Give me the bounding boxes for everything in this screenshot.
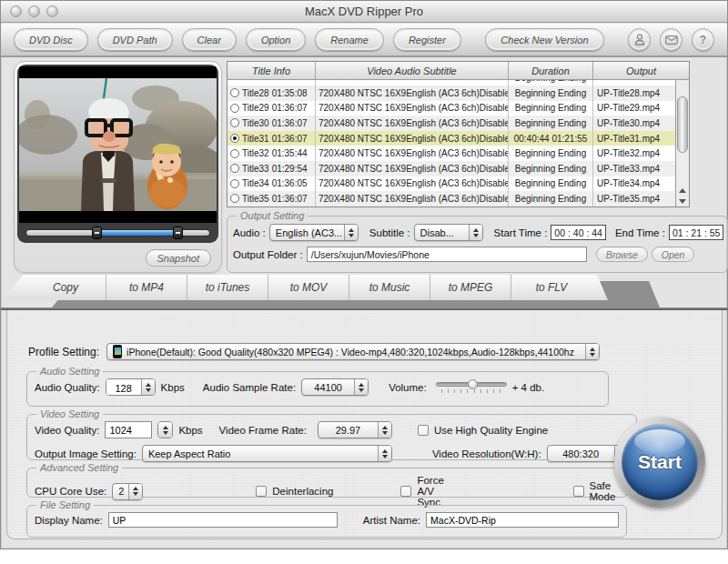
trim-track[interactable] xyxy=(25,229,210,237)
col-output[interactable]: Output xyxy=(593,62,689,79)
title-length: 01:36:07 xyxy=(272,118,308,128)
trim-end-handle[interactable] xyxy=(173,227,183,239)
title-radio[interactable] xyxy=(230,104,239,113)
video-frame-rate-label: Video Frame Rate: xyxy=(219,425,307,436)
titles-table: Title Info Video Audio Subtitle Duration… xyxy=(227,61,690,207)
table-row[interactable]: Title2801:35:08720X480 NTSC 16X9English … xyxy=(228,86,675,101)
scroll-down-button[interactable] xyxy=(676,196,689,206)
iphone-profile-icon xyxy=(113,345,122,358)
file-setting-group: File Setting Display Name: UP Artist Nam… xyxy=(26,499,627,538)
audio-format: English (AC3 6ch) xyxy=(406,134,480,144)
title-radio[interactable] xyxy=(230,179,239,188)
title-radio[interactable] xyxy=(230,88,239,97)
output-image-setting-select[interactable]: Keep Aspect Ratio xyxy=(142,445,392,462)
display-name-input[interactable]: UP xyxy=(108,512,338,528)
title-radio[interactable] xyxy=(230,134,239,143)
table-row[interactable]: Title3501:36:07720X480 NTSC 16X9English … xyxy=(228,191,675,206)
volume-track[interactable] xyxy=(436,382,507,387)
table-row[interactable]: Title2901:36:07720X480 NTSC 16X9English … xyxy=(228,101,675,116)
register-button[interactable]: Register xyxy=(393,28,461,51)
dvd-disc-button[interactable]: DVD Disc xyxy=(14,28,88,51)
output-folder-input[interactable]: /Users/xujun/Movies/iPhone xyxy=(307,247,587,262)
audio-format: English (AC3 6ch) xyxy=(406,194,480,204)
table-row[interactable]: Title3401:36:05720X480 NTSC 16X9English … xyxy=(228,176,675,192)
table-row[interactable]: Title3101:36:07720X480 NTSC 16X9English … xyxy=(228,131,675,146)
tab-to-music[interactable]: to Music xyxy=(349,275,430,300)
video-preview xyxy=(19,66,217,223)
table-row[interactable]: Title3001:36:07720X480 NTSC 16X9English … xyxy=(228,116,675,131)
contact-button[interactable] xyxy=(660,28,682,51)
title-radio[interactable] xyxy=(230,194,239,203)
table-row[interactable]: Title3201:35:44720X480 NTSC 16X9English … xyxy=(228,146,675,161)
start-time-field[interactable]: 00 : 40 : 44 xyxy=(551,225,606,240)
artist-name-input[interactable]: MacX-DVD-Rip xyxy=(426,512,619,528)
table-row[interactable]: Title3301:29:54720X480 NTSC 16X9English … xyxy=(228,161,675,176)
high-quality-engine-checkbox[interactable] xyxy=(418,425,429,436)
title-length: 01:29:54 xyxy=(272,164,308,174)
check-new-version-button[interactable]: Check New Version xyxy=(485,28,603,51)
trim-start-handle[interactable] xyxy=(92,227,102,239)
video-frame-rate-stepper xyxy=(378,422,391,438)
deinterlacing-checkbox[interactable] xyxy=(256,486,267,497)
safe-mode-checkbox[interactable] xyxy=(573,486,584,497)
tab-to-flv[interactable]: to FLV xyxy=(511,275,592,300)
video-frame-rate-select[interactable]: 29.97 xyxy=(318,421,392,438)
duration-cell: 00:40:44 01:21:55 xyxy=(509,131,593,146)
audio-format: English (AC3 6ch) xyxy=(406,148,480,158)
title-bar: MacX DVD Ripper Pro xyxy=(1,1,727,23)
snapshot-button[interactable]: Snapshot xyxy=(146,249,211,267)
force-av-sync-checkbox[interactable] xyxy=(400,486,411,497)
audio-select[interactable]: English (AC3... xyxy=(269,224,359,241)
toolbar: DVD Disc DVD Path Clear Option Rename Re… xyxy=(1,24,727,57)
tab-to-itunes[interactable]: to iTunes xyxy=(187,275,268,300)
title-radio[interactable] xyxy=(230,118,239,127)
help-button[interactable]: ? xyxy=(692,28,714,51)
artist-name-label: Artist Name: xyxy=(363,515,420,526)
rename-button[interactable]: Rename xyxy=(315,28,384,51)
scroll-up-button[interactable] xyxy=(676,185,689,196)
start-button[interactable]: Start xyxy=(614,417,705,508)
title-radio[interactable] xyxy=(230,164,239,173)
table-scrollbar[interactable] xyxy=(675,80,689,206)
tab-to-mpeg[interactable]: to MPEG xyxy=(430,275,511,300)
output-image-setting-stepper xyxy=(378,446,391,461)
user-account-button[interactable] xyxy=(628,28,651,51)
col-title-info[interactable]: Title Info xyxy=(228,62,316,79)
audio-quality-stepper[interactable] xyxy=(141,379,155,395)
col-video-audio-subtitle[interactable]: Video Audio Subtitle xyxy=(316,62,509,79)
duration-cell: Beginning Ending xyxy=(509,161,593,176)
scroll-down-icon xyxy=(679,199,686,204)
audio-sample-rate-select[interactable]: 44100 xyxy=(301,378,369,396)
tab-to-mov[interactable]: to MOV xyxy=(268,275,349,300)
volume-slider[interactable] xyxy=(436,382,507,393)
browse-button[interactable]: Browse xyxy=(596,247,648,262)
output-filename: UP-Title33.mp4 xyxy=(593,161,675,176)
volume-thumb[interactable] xyxy=(468,379,478,389)
title-length: 01:36:07 xyxy=(272,134,308,144)
video-quality-stepper[interactable] xyxy=(157,421,173,438)
dvd-path-button[interactable]: DVD Path xyxy=(97,28,173,51)
option-button[interactable]: Option xyxy=(246,28,306,51)
tab-copy[interactable]: Copy xyxy=(25,275,106,300)
title-radio[interactable] xyxy=(230,149,239,158)
profile-select[interactable]: iPhone(Default): Good Quality(480x320 MP… xyxy=(106,343,600,360)
clear-button[interactable]: Clear xyxy=(182,28,237,51)
title-name: Title35 xyxy=(242,194,269,204)
audio-setting-legend: Audio Setting xyxy=(36,366,103,377)
col-duration[interactable]: Duration xyxy=(509,62,593,79)
end-time-field[interactable]: 01 : 21 : 55 xyxy=(669,225,724,240)
advanced-setting-legend: Advanced Setting xyxy=(36,462,122,473)
cpu-core-use-stepper xyxy=(128,484,142,499)
output-filename: UP-Title29.mp4 xyxy=(593,101,675,116)
subtitle-state: Disabled xyxy=(480,194,509,204)
subtitle-select[interactable]: Disab... xyxy=(414,224,483,241)
open-button[interactable]: Open xyxy=(652,247,695,262)
scrollbar-thumb[interactable] xyxy=(677,96,688,153)
cpu-core-use-select[interactable]: 2 xyxy=(112,483,143,500)
subtitle-select-stepper xyxy=(469,225,482,240)
tab-to-mp4[interactable]: to MP4 xyxy=(106,275,187,300)
volume-value: + 4 db. xyxy=(512,382,545,393)
audio-quality-spinner[interactable]: 128 xyxy=(106,378,156,396)
video-quality-input[interactable]: 1024 xyxy=(105,421,152,438)
output-setting-group: Output Setting Audio : English (AC3... S… xyxy=(227,210,728,273)
